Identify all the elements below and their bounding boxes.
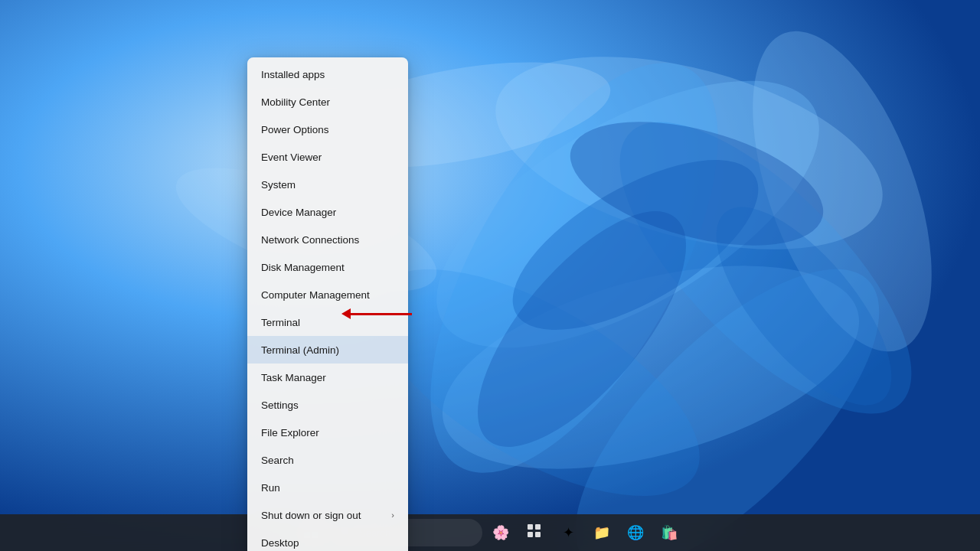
- menu-item-label: Search: [261, 455, 294, 466]
- svg-point-4: [577, 79, 956, 458]
- svg-point-12: [443, 179, 721, 478]
- context-menu: Installed appsMobility CenterPower Optio…: [247, 57, 408, 551]
- menu-item-power-options[interactable]: Power Options: [247, 116, 408, 143]
- submenu-chevron-icon: ›: [391, 510, 394, 520]
- svg-point-10: [557, 98, 837, 269]
- svg-point-9: [488, 126, 784, 364]
- svg-point-2: [475, 20, 903, 285]
- menu-item-installed-apps[interactable]: Installed apps: [247, 60, 408, 88]
- menu-item-label: Network Connections: [261, 234, 359, 246]
- menu-item-disk-management[interactable]: Disk Management: [247, 253, 408, 281]
- menu-item-task-manager[interactable]: Task Manager: [247, 364, 408, 391]
- menu-item-label: Installed apps: [261, 69, 325, 80]
- desktop-background: [0, 0, 980, 551]
- menu-item-label: Disk Management: [261, 262, 345, 273]
- svg-point-1: [397, 28, 860, 401]
- copilot-icon: ✦: [563, 524, 574, 541]
- file-explorer-button[interactable]: 📁: [586, 517, 617, 548]
- menu-item-label: Desktop: [261, 537, 299, 549]
- menu-item-label: Computer Management: [261, 289, 370, 301]
- svg-point-3: [373, 19, 775, 517]
- menu-item-system[interactable]: System: [247, 171, 408, 198]
- widgets-button[interactable]: 🌸: [485, 517, 516, 548]
- menu-item-mobility-center[interactable]: Mobility Center: [247, 88, 408, 116]
- svg-point-5: [421, 227, 880, 507]
- edge-icon: 🌐: [627, 524, 644, 541]
- menu-item-label: Mobility Center: [261, 96, 330, 108]
- taskbar: 🔍 Search 🌸 ✦ 📁 🌐 �: [0, 514, 980, 551]
- svg-rect-0: [0, 0, 980, 551]
- menu-item-settings[interactable]: Settings: [247, 391, 408, 419]
- menu-item-label: Task Manager: [261, 372, 326, 383]
- menu-item-label: Shut down or sign out: [261, 510, 361, 521]
- svg-rect-20: [535, 524, 541, 530]
- menu-item-label: Event Viewer: [261, 152, 322, 163]
- svg-rect-22: [535, 532, 541, 537]
- menu-item-label: Power Options: [261, 124, 329, 135]
- menu-item-terminal[interactable]: Terminal: [247, 308, 408, 336]
- menu-item-label: Terminal (Admin): [261, 344, 339, 356]
- menu-item-label: Run: [261, 482, 280, 494]
- svg-rect-21: [528, 532, 533, 537]
- menu-item-search[interactable]: Search: [247, 446, 408, 474]
- edge-button[interactable]: 🌐: [620, 517, 651, 548]
- menu-item-shut-down-or-sign-out[interactable]: Shut down or sign out›: [247, 501, 408, 529]
- task-view-icon: [528, 524, 541, 541]
- bloom-svg: [0, 0, 980, 551]
- menu-item-event-viewer[interactable]: Event Viewer: [247, 143, 408, 171]
- menu-item-terminal-admin[interactable]: Terminal (Admin): [247, 336, 408, 364]
- store-icon: 🛍️: [661, 524, 678, 541]
- menu-item-desktop[interactable]: Desktop: [247, 529, 408, 551]
- menu-item-label: File Explorer: [261, 427, 319, 439]
- svg-point-11: [687, 181, 920, 432]
- menu-item-label: Device Manager: [261, 207, 336, 218]
- menu-item-computer-management[interactable]: Computer Management: [247, 281, 408, 308]
- svg-rect-19: [528, 524, 533, 530]
- menu-item-file-explorer[interactable]: File Explorer: [247, 419, 408, 446]
- menu-item-label: Terminal: [261, 317, 300, 328]
- menu-item-network-connections[interactable]: Network Connections: [247, 226, 408, 253]
- copilot-button[interactable]: ✦: [553, 517, 583, 548]
- menu-item-label: System: [261, 179, 296, 191]
- task-view-button[interactable]: [519, 517, 550, 548]
- menu-item-label: Settings: [261, 399, 299, 411]
- store-button[interactable]: 🛍️: [654, 517, 684, 548]
- svg-point-6: [716, 8, 968, 374]
- menu-item-device-manager[interactable]: Device Manager: [247, 198, 408, 226]
- menu-item-run[interactable]: Run: [247, 474, 408, 501]
- file-explorer-icon: 📁: [593, 524, 610, 541]
- svg-point-7: [530, 223, 925, 551]
- widgets-icon: 🌸: [492, 524, 509, 541]
